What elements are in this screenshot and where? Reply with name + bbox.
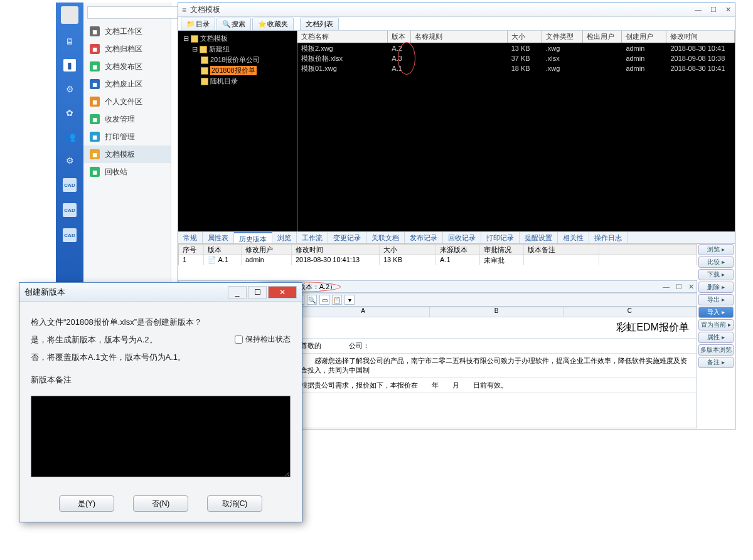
left-tab-2[interactable]: ⭐收藏夹 <box>252 18 294 30</box>
dialog-no-button[interactable]: 否(N) <box>133 495 188 512</box>
rail-cad3-icon[interactable]: CAD <box>63 228 77 242</box>
side-btn-4[interactable]: 导出 ▸ <box>698 294 734 305</box>
list-row[interactable]: 模板价格.xlsxA.337 KB.xlsxadmin2018-09-08 10… <box>297 53 735 63</box>
tree-node-3[interactable]: 随机目录 <box>198 76 294 87</box>
detail-tab-7[interactable]: 发布记录 <box>405 232 443 243</box>
tree-node-0[interactable]: ⊟ 新建组 <box>190 44 294 55</box>
nav-item-icon: ◼ <box>90 97 100 107</box>
nav-item-icon: ◼ <box>90 79 100 89</box>
version-note-textarea[interactable] <box>31 396 291 477</box>
nav-item-4[interactable]: ◼个人文件区 <box>83 93 171 110</box>
detail-tab-12[interactable]: 操作日志 <box>589 232 628 243</box>
window-title: 文档模板 <box>190 4 220 15</box>
side-btn-0[interactable]: 浏览 ▸ <box>698 244 734 255</box>
side-btn-1[interactable]: 比较 ▸ <box>698 256 734 268</box>
detail-tab-0[interactable]: 常规 <box>178 232 203 243</box>
col-header[interactable]: 文件类型 <box>542 31 584 43</box>
dialog-close-icon[interactable]: ✕ <box>268 286 297 298</box>
side-btn-5[interactable]: 导入 ▸ <box>698 307 734 318</box>
nav-item-6[interactable]: ◼打印管理 <box>83 128 171 145</box>
dialog-note-label: 新版本备注 <box>31 374 291 386</box>
nav-item-1[interactable]: ◼文档归档区 <box>83 40 171 58</box>
rail-gear-icon[interactable]: ⚙ <box>63 154 76 167</box>
rail-link-icon[interactable]: ✿ <box>63 107 76 119</box>
detail-tab-1[interactable]: 属性表 <box>203 232 234 243</box>
preview-close-icon[interactable]: ✕ <box>688 283 694 291</box>
tree-node-1[interactable]: 2018报价单公司 <box>198 55 294 65</box>
side-btn-7[interactable]: 属性 ▸ <box>698 332 734 343</box>
tb-select-icon[interactable]: ▭ <box>319 295 329 305</box>
left-tab-1[interactable]: 🔍搜索 <box>216 18 251 30</box>
dialog-titlebar[interactable]: 创建新版本 _ ☐ ✕ <box>19 283 302 302</box>
side-btn-9[interactable]: 备注 ▸ <box>698 357 734 368</box>
preview-min-icon[interactable]: — <box>663 283 670 291</box>
col-header[interactable]: 大小 <box>508 31 542 43</box>
nav-search-input[interactable] <box>87 6 180 19</box>
dialog-max-icon[interactable]: ☐ <box>248 286 267 298</box>
nav-item-icon: ◼ <box>90 26 100 36</box>
tab-icon: 📁 <box>186 20 194 28</box>
col-header[interactable]: 检出用户 <box>583 31 622 43</box>
col-header[interactable]: 修改时间 <box>666 31 735 43</box>
tab-icon: ⭐ <box>258 20 265 28</box>
tb-more-icon[interactable]: ▾ <box>344 295 355 305</box>
rail-branch-icon[interactable]: ⚙ <box>63 83 76 95</box>
nav-item-icon: ◼ <box>90 167 100 177</box>
preview-sheet[interactable]: ABC 1彩虹EDM报价单2尊敬的 公司：3 感谢您选择了解我公司的产品，南宁市… <box>287 307 697 428</box>
nav-item-5[interactable]: ◼收发管理 <box>83 110 171 128</box>
rail-users-icon[interactable]: 👥 <box>63 130 76 143</box>
detail-tab-5[interactable]: 变更记录 <box>328 232 366 243</box>
tb-search-icon[interactable]: 🔍 <box>307 295 317 305</box>
tree-root[interactable]: ⊟ 文档模板 <box>181 33 294 44</box>
nav-item-0[interactable]: ◼文档工作区 <box>83 23 171 40</box>
detail-tab-3[interactable]: 浏览 <box>272 232 297 243</box>
create-version-dialog: 创建新版本 _ ☐ ✕ 检入文件“201808报价单.xlsx”是否创建新版本？… <box>19 282 302 522</box>
detail-tab-2[interactable]: 历史版本 <box>234 232 272 243</box>
list-row[interactable]: 模板01.xwgA.118 KB.xwgadmin2018-08-30 10:4… <box>297 63 735 73</box>
col-header[interactable]: 文档名称 <box>297 31 388 43</box>
left-tab-0[interactable]: 📁目录 <box>181 18 215 30</box>
list-row[interactable]: 模板2.xwgA.213 KB.xwgadmin2018-08-30 10:41 <box>297 43 735 53</box>
list-header: 文档名称版本名称规则大小文件类型检出用户创建用户修改时间 <box>297 31 735 43</box>
tb-copy-icon[interactable]: 📋 <box>332 295 342 305</box>
rail-folder-icon[interactable]: ▮ <box>63 59 76 71</box>
tab-doclist[interactable]: 文档列表 <box>300 18 339 30</box>
dialog-min-icon[interactable]: _ <box>228 286 247 298</box>
detail-tab-8[interactable]: 回收记录 <box>443 232 481 243</box>
detail-tab-10[interactable]: 提醒设置 <box>520 232 558 243</box>
nav-item-7[interactable]: ◼文档模板 <box>83 145 171 163</box>
tree-node-2[interactable]: 201808报价单 <box>198 65 294 76</box>
window-close-icon[interactable]: ✕ <box>725 6 731 14</box>
sheet-row: 1彩虹EDM报价单 <box>287 317 697 339</box>
side-btn-3[interactable]: 删除 ▸ <box>698 282 734 293</box>
rail-cad1-icon[interactable]: CAD <box>63 178 77 192</box>
col-header[interactable]: 名称规则 <box>411 31 507 43</box>
nav-item-icon: ◼ <box>90 149 100 159</box>
col-header[interactable]: 创建用户 <box>622 31 666 43</box>
window-max-icon[interactable]: ☐ <box>710 6 717 14</box>
dialog-yes-button[interactable]: 是(Y) <box>59 495 114 512</box>
keep-checkout-checkbox[interactable]: 保持检出状态 <box>235 334 291 345</box>
nav-item-3[interactable]: ◼文档废止区 <box>83 75 171 93</box>
nav-item-2[interactable]: ◼文档发布区 <box>83 58 171 75</box>
list-pane[interactable]: 模板2.xwgA.213 KB.xwgadmin2018-08-30 10:41… <box>297 43 735 231</box>
detail-tab-11[interactable]: 相关性 <box>558 232 589 243</box>
nav-item-icon: ◼ <box>90 44 100 54</box>
preview-max-icon[interactable]: ☐ <box>676 283 682 291</box>
detail-tab-9[interactable]: 打印记录 <box>481 232 520 243</box>
rail-cad2-icon[interactable]: CAD <box>63 203 77 217</box>
window-min-icon[interactable]: — <box>695 6 702 14</box>
side-btn-6[interactable]: 置为当前 ▸ <box>698 319 734 330</box>
dialog-cancel-button[interactable]: 取消(C) <box>207 495 262 512</box>
detail-tab-6[interactable]: 关联文档 <box>366 232 405 243</box>
side-btn-2[interactable]: 下载 ▸ <box>698 269 734 280</box>
tree-pane[interactable]: ⊟ 文档模板⊟ 新建组 2018报价单公司 201808报价单 随机目录 <box>178 31 297 231</box>
side-btn-8[interactable]: 多版本浏览 <box>698 344 734 356</box>
detail-tabs: 常规属性表历史版本浏览工作流变更记录关联文档发布记录回收记录打印记录提醒设置相关… <box>178 231 735 244</box>
nav-item-8[interactable]: ◼回收站 <box>83 163 171 181</box>
col-header[interactable]: 版本 <box>388 31 411 43</box>
detail-tab-4[interactable]: 工作流 <box>297 232 328 243</box>
history-grid: 序号版本修改用户修改时间大小来源版本审批情况版本备注 1📄 A.1admin20… <box>178 244 697 269</box>
sheet-row: 3 感谢您选择了解我公司的产品，南宁市二零二五科技有限公司致力于办理软件，提高企… <box>287 354 697 378</box>
rail-monitor-icon[interactable]: 🖥 <box>63 35 76 48</box>
